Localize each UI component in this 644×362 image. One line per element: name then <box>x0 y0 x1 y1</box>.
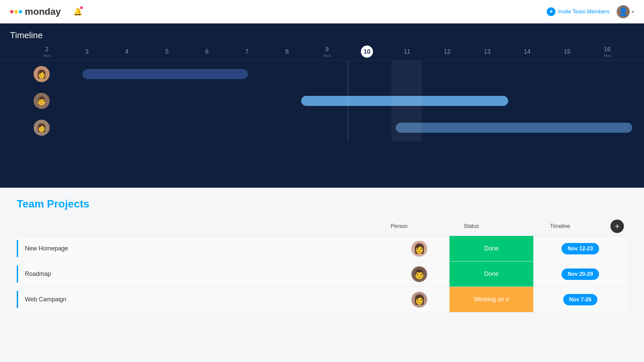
project-row-new-homepage: New Homepage 👩 Done Nov 12-23 <box>17 236 627 261</box>
table-header: Person Status Timeline + <box>17 217 627 236</box>
col-header-status: Status <box>429 223 513 229</box>
date-13: 13 <box>467 48 507 55</box>
date-15: 15 <box>547 48 587 55</box>
timeline-row-2: 👨 <box>27 87 644 114</box>
status-cell-3: Working on it <box>449 287 533 312</box>
timeline-badge-3[interactable]: Nov 7-26 <box>563 294 598 305</box>
project-name-roadmap: Roadmap <box>17 265 389 283</box>
date-4: 4 <box>107 48 147 55</box>
date-16: 16 Mon <box>587 46 627 58</box>
date-2: 2 Mon <box>27 46 67 58</box>
person-cell-2: 👨 <box>389 262 449 286</box>
header-left: monday 🔔 <box>10 5 84 18</box>
date-6: 6 <box>187 48 227 55</box>
row-avatar-2: 👨 <box>34 93 50 109</box>
notification-badge <box>79 6 84 10</box>
row-avatar-1: 👩 <box>34 66 50 82</box>
avatar: 👤 <box>616 5 630 19</box>
date-7: 7 <box>227 48 267 55</box>
timeline-badge-1[interactable]: Nov 12-23 <box>561 243 599 254</box>
invite-team-button[interactable]: + Invite Team Members <box>547 7 609 16</box>
logo-text: monday <box>25 6 61 17</box>
logo-dots <box>10 10 22 13</box>
header-right: + Invite Team Members 👤 ▾ <box>547 5 634 19</box>
person-avatar-2: 👨 <box>411 266 428 283</box>
status-badge-1[interactable]: Done <box>449 236 533 261</box>
person-cell-1: 👩 <box>389 237 449 260</box>
logo-dot-yellow <box>14 10 18 13</box>
row-avatar-3: 👩 <box>34 120 50 136</box>
logo-dot-red <box>10 10 13 13</box>
date-8: 8 <box>267 48 307 55</box>
user-avatar-button[interactable]: 👤 ▾ <box>616 5 634 19</box>
section-title: Team Projects <box>17 198 627 210</box>
invite-plus-icon: + <box>547 7 555 16</box>
today-column-highlight <box>391 61 422 141</box>
avatar-chevron-icon: ▾ <box>632 9 634 14</box>
project-row-web-campaign: Web Campaign 👩 Working on it Nov 7-26 <box>17 287 627 312</box>
status-cell-1: Done <box>449 236 533 261</box>
gantt-bar-3 <box>396 123 632 133</box>
gantt-bar-area-3 <box>53 119 644 136</box>
date-header: 2 Mon 3 4 5 6 7 8 9 Mon 10 11 <box>0 46 644 61</box>
date-9: 9 Mon <box>307 46 347 58</box>
col-header-person: Person <box>369 223 429 229</box>
today-line <box>347 61 348 141</box>
person-avatar-1: 👩 <box>411 240 428 257</box>
gantt-bar-area-2 <box>53 93 644 109</box>
date-14: 14 <box>507 48 547 55</box>
avatar-face: 👤 <box>618 7 628 16</box>
col-header-timeline: Timeline <box>513 223 607 229</box>
header: monday 🔔 + Invite Team Members 👤 ▾ <box>0 0 644 23</box>
timeline-cell-1: Nov 12-23 <box>533 240 627 258</box>
timeline-title: Timeline <box>0 30 644 46</box>
project-name-web-campaign: Web Campaign <box>17 291 389 308</box>
status-cell-2: Done <box>449 261 533 287</box>
date-5: 5 <box>147 48 187 55</box>
col-header-add: + <box>607 220 627 233</box>
date-11: 11 <box>387 48 427 55</box>
status-badge-2[interactable]: Done <box>449 261 533 287</box>
project-row-roadmap: Roadmap 👨 Done Nov 20-29 <box>17 261 627 287</box>
date-3: 3 <box>67 48 107 55</box>
gantt-bar-1 <box>83 69 248 79</box>
main-content: Team Projects Person Status Timeline + N… <box>0 188 644 322</box>
date-12: 12 <box>427 48 467 55</box>
timeline-badge-2[interactable]: Nov 20-29 <box>561 268 599 280</box>
timeline-cell-3: Nov 7-26 <box>533 291 627 309</box>
timeline-row-3: 👩 <box>27 114 644 141</box>
person-avatar-3: 👩 <box>411 291 428 308</box>
logo: monday <box>10 6 61 17</box>
add-column-button[interactable]: + <box>610 220 624 233</box>
project-name-new-homepage: New Homepage <box>17 240 389 257</box>
timeline-section: Timeline 2 Mon 3 4 5 6 7 8 9 Mon 10 <box>0 23 644 188</box>
logo-dot-blue <box>19 10 22 13</box>
person-cell-3: 👩 <box>389 288 449 311</box>
gantt-bar-area-1 <box>53 66 644 82</box>
invite-label: Invite Team Members <box>558 9 609 15</box>
status-badge-3[interactable]: Working on it <box>449 287 533 312</box>
date-10-today: 10 <box>347 46 387 58</box>
gantt-area: 👩 👨 👩 <box>0 61 644 141</box>
timeline-row-1: 👩 <box>27 61 644 87</box>
notification-bell-button[interactable]: 🔔 <box>71 5 84 18</box>
timeline-cell-2: Nov 20-29 <box>533 265 627 283</box>
